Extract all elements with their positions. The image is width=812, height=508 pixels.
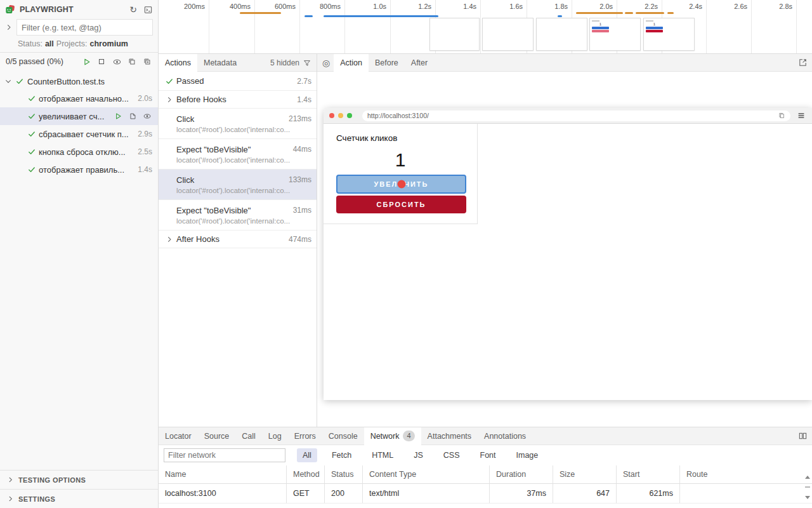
network-filter-input[interactable] [164, 448, 285, 462]
tab-call[interactable]: Call [235, 427, 262, 445]
snapshot-panel-header: ◎ ActionBeforeAfter [317, 54, 812, 72]
watch-all-icon[interactable] [112, 57, 122, 67]
timeline-orange-bar [576, 12, 623, 14]
chevron-right-icon [5, 494, 15, 504]
chevron-right-icon[interactable] [164, 95, 174, 105]
scroll-down-icon[interactable] [805, 496, 810, 499]
check-icon [27, 129, 37, 139]
test-item[interactable]: отображает начально...2.0s [0, 90, 158, 107]
thumb-reset-bar [592, 30, 609, 32]
scroll-up-icon[interactable] [805, 476, 810, 479]
counter-value: 1 [324, 149, 477, 171]
chip-fetch[interactable]: Fetch [326, 448, 357, 462]
chevron-down-icon[interactable] [3, 76, 13, 86]
action-item[interactable]: Expect "toBeVisible"44mslocator('#root')… [159, 139, 317, 170]
expand-all-icon[interactable] [142, 57, 152, 67]
copy-url-icon[interactable] [778, 112, 785, 119]
run-all-icon[interactable] [81, 57, 91, 67]
tab-label: After [411, 58, 428, 67]
menu-icon[interactable] [796, 110, 806, 121]
tab-before[interactable]: Before [369, 54, 405, 72]
reset-button[interactable]: СБРОСИТЬ [336, 196, 466, 213]
tab-network[interactable]: Network4 [364, 427, 421, 445]
show-source-icon[interactable] [128, 111, 138, 121]
frame-thumbnail: 1 [592, 20, 609, 32]
hidden-count-label: 5 hidden [270, 58, 299, 67]
hook-group-row[interactable]: Before Hooks1.4s [159, 91, 317, 109]
film-strip-frame[interactable]: 1 [643, 18, 695, 51]
action-item[interactable]: Expect "toBeVisible"31mslocator('#root')… [159, 200, 317, 231]
test-item[interactable]: отображает правиль...1.4s [0, 161, 158, 178]
action-title: Before Hooks [176, 95, 226, 104]
hook-group-row[interactable]: After Hooks474ms [159, 231, 317, 248]
network-row[interactable]: localhost:3100GET200text/html37ms647621m… [159, 484, 812, 504]
test-name: отображает начально... [39, 94, 129, 104]
timeline-gridline [796, 0, 797, 53]
chip-css[interactable]: CSS [438, 448, 466, 462]
tab-label: Console [329, 432, 358, 441]
film-strip-frame[interactable] [429, 18, 480, 51]
test-item[interactable]: кнопка сброса отклю...2.5s [0, 143, 158, 161]
test-filter-input[interactable] [16, 19, 153, 36]
chip-js[interactable]: JS [408, 448, 429, 462]
test-file-row[interactable]: CounterButton.test.ts [0, 73, 158, 90]
tab-log[interactable]: Log [262, 427, 288, 445]
tab-attachments[interactable]: Attachments [421, 427, 478, 445]
section-settings[interactable]: SETTINGS [0, 489, 158, 508]
section-testing-options[interactable]: TESTING OPTIONS [0, 470, 158, 489]
timeline-orange-bar [636, 12, 664, 14]
chip-image[interactable]: Image [511, 448, 544, 462]
timeline-blue-bar [324, 15, 438, 17]
terminal-icon[interactable] [143, 4, 153, 15]
timeline-gridline [254, 0, 255, 53]
tab-action[interactable]: Action [334, 54, 369, 72]
scrollbar-thumb[interactable] [805, 486, 810, 488]
filter-funnel-icon[interactable] [302, 58, 312, 68]
film-strip-frame[interactable] [482, 18, 534, 51]
tab-annotations[interactable]: Annotations [478, 427, 532, 445]
target-icon[interactable]: ◎ [317, 58, 334, 68]
timeline-tick-label: 1.2s [418, 3, 434, 10]
increment-button[interactable]: УВЕЛИЧИТЬ [336, 175, 466, 194]
tab-source[interactable]: Source [198, 427, 236, 445]
col-method: Method [287, 465, 325, 483]
tab-after[interactable]: After [405, 54, 434, 72]
split-view-icon[interactable] [797, 431, 808, 441]
action-duration: 1.4s [297, 95, 311, 104]
action-duration: 213ms [289, 114, 311, 123]
stop-icon[interactable] [96, 57, 107, 67]
tab-label: Annotations [484, 432, 526, 441]
tab-errors[interactable]: Errors [288, 427, 322, 445]
action-duration: 2.7s [297, 77, 311, 86]
watch-test-icon[interactable] [142, 111, 152, 121]
chip-html[interactable]: HTML [366, 448, 399, 462]
chip-font[interactable]: Font [475, 448, 502, 462]
filter-row [0, 19, 158, 36]
timeline[interactable]: 200ms400ms600ms800ms1.0s1.2s1.4s1.6s1.8s… [159, 0, 812, 54]
test-duration: 2.5s [138, 147, 152, 156]
run-test-icon[interactable] [113, 111, 123, 121]
chip-all[interactable]: All [297, 448, 317, 462]
tab-label: Before [375, 58, 398, 67]
chevron-right-icon[interactable] [164, 234, 174, 244]
reload-icon[interactable]: ↻ [128, 4, 138, 15]
tab-label: Log [268, 432, 282, 441]
tab-console[interactable]: Console [322, 427, 364, 445]
film-strip-frame[interactable] [536, 18, 587, 51]
tab-metadata[interactable]: Metadata [197, 54, 243, 72]
test-item[interactable]: сбрасывает счетчик п...2.9s [0, 125, 158, 143]
chevron-right-icon[interactable] [4, 22, 14, 32]
snapshot-area: http://localhost:3100/ Счетчик кликов 1 … [317, 72, 812, 427]
action-item[interactable]: Click213mslocator('#root').locator('inte… [159, 109, 317, 139]
address-bar[interactable]: http://localhost:3100/ [362, 110, 790, 121]
film-strip-frame[interactable]: 1 [589, 18, 641, 51]
status-summary[interactable]: Status: all Projects: chromium [0, 36, 158, 52]
action-item[interactable]: Click133mslocator('#root').locator('inte… [159, 170, 317, 200]
playwright-ui-window: { "sidebar": { "title": "PLAYWRIGHT", "f… [0, 0, 812, 508]
collapse-all-icon[interactable] [127, 57, 137, 67]
open-external-icon[interactable] [797, 58, 808, 68]
test-status-row[interactable]: Passed2.7s [159, 72, 317, 91]
test-item[interactable]: увеличивает сч... [0, 107, 158, 125]
tab-actions[interactable]: Actions [159, 54, 197, 72]
tab-locator[interactable]: Locator [159, 427, 198, 445]
